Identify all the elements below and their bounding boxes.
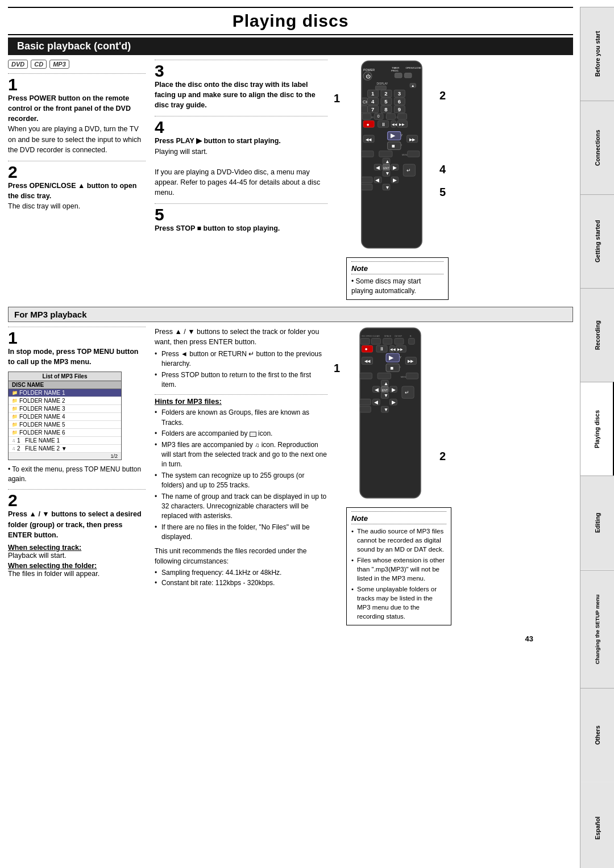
mp3-hints-list: • Folders are known as Groups, files are…: [155, 408, 327, 542]
svg-rect-148: [377, 373, 391, 379]
svg-rect-118: [409, 338, 415, 344]
note-box-top: Note • Some discs may start playing auto…: [346, 257, 449, 300]
mp3-recommend-2: • Constant bit rate: 112kbps - 320kbps.: [155, 578, 327, 588]
svg-rect-51: [386, 114, 395, 120]
svg-text:PROG.: PROG.: [391, 69, 399, 72]
svg-text:⏻: ⏻: [366, 73, 371, 79]
file-list-footer: 1/2: [9, 453, 121, 460]
mp3-step-2-text: Press ▲ / ▼ buttons to select a desired …: [8, 509, 146, 540]
mp3-when-track-text: Playback will start.: [8, 552, 67, 560]
section-header: Basic playback (cont'd): [8, 37, 573, 55]
svg-text:▶▶: ▶▶: [399, 122, 405, 126]
file-item-6: 📁 FOLDER NAME 6: [9, 429, 121, 437]
mp3-note-item-2: • Files whose extension is other than ".…: [351, 556, 446, 583]
mp3-note-list: • The audio source of MP3 files cannot b…: [351, 527, 446, 621]
svg-rect-7: [395, 73, 402, 78]
svg-text:CM SKIP: CM SKIP: [395, 335, 402, 337]
sidebar-tabs: Before you start Connections Getting sta…: [580, 7, 614, 868]
svg-text:▶: ▶: [392, 386, 396, 392]
svg-rect-83: [379, 151, 392, 157]
page-number: 43: [0, 635, 533, 643]
mp3-icon-badge: MP3: [49, 60, 69, 69]
mp3-hint-2: • Folders are accompanied by icon.: [155, 429, 327, 439]
step-2: 2 Press OPEN/CLOSE ▲ button to open the …: [8, 161, 146, 211]
svg-text:●: ●: [365, 345, 368, 351]
svg-rect-105: [362, 184, 372, 190]
svg-rect-147: [360, 373, 372, 379]
svg-rect-165: [360, 399, 371, 405]
mp3-recommend-list: • Sampling frequency: 44.1kHz or 48kHz. …: [155, 568, 327, 588]
format-icons-row: DVD CD MP3: [8, 60, 146, 69]
svg-rect-170: [360, 406, 371, 412]
remote-label-1-bot: 1: [334, 362, 340, 375]
svg-text:3: 3: [398, 90, 401, 97]
svg-rect-114: [360, 338, 370, 344]
svg-rect-82: [362, 151, 374, 157]
file-item-4: 📁 FOLDER NAME 4: [9, 413, 121, 421]
svg-text:▶▶: ▶▶: [409, 137, 416, 142]
svg-text:▶▶: ▶▶: [397, 347, 403, 350]
step-4-number: 4: [155, 119, 327, 136]
mp3-middle-column: Press ▲ / ▼ buttons to select the track …: [150, 322, 332, 625]
step-1-number: 1: [8, 76, 146, 93]
mp3-step-1-text: In stop mode, press TOP MENU button to c…: [8, 347, 146, 367]
sidebar-tab-editing: Editing: [580, 475, 614, 569]
file-list-header: DISC NAME: [9, 381, 121, 389]
step-2-bold: Press OPEN/CLOSE ▲ button to open the di…: [8, 182, 136, 200]
svg-text:▼: ▼: [384, 393, 388, 398]
svg-text:●: ●: [366, 122, 369, 127]
middle-column: 3 Place the disc onto the disc tray with…: [150, 55, 332, 300]
svg-text:◀: ◀: [375, 177, 379, 183]
step-2-number: 2: [8, 164, 146, 181]
file-item-1: 📁 FOLDER NAME 1: [9, 389, 121, 397]
svg-text:4: 4: [371, 98, 375, 105]
file-item-3: 📁 FOLDER NAME 3: [9, 405, 121, 413]
step-4-body1: Playing will start.: [155, 148, 208, 156]
mp3-left-column: 1 In stop mode, press TOP MENU button to…: [8, 322, 150, 625]
page-title: Playing discs: [8, 11, 573, 31]
svg-text:◀: ◀: [376, 165, 380, 170]
svg-text:▶: ▶: [392, 399, 396, 405]
step-1: 1 Press POWER button on the remote contr…: [8, 73, 146, 155]
mp3-step-2-number: 2: [8, 492, 146, 509]
svg-text:1: 1: [371, 90, 375, 97]
sidebar-tab-getting-started: Getting started: [580, 194, 614, 288]
sidebar-tab-before-you-start: Before you start: [580, 7, 614, 101]
sidebar-tab-recording: Recording: [580, 288, 614, 382]
note-title-top: Note: [351, 264, 443, 273]
file-list-container: List of MP3 Files DISC NAME 📁 FOLDER NAM…: [8, 372, 122, 460]
file-item-8: ♫ 2 FILE NAME 2 ▼: [9, 445, 121, 453]
mp3-nav-bullets: • Press ◄ button or RETURN ↵ button to t…: [155, 349, 327, 390]
remote-svg-top: POWER TIMER PROG. OPEN/CLOSE ⏻ DISPLAY: [346, 58, 437, 251]
file-list-title: List of MP3 Files: [9, 372, 121, 381]
svg-text:ENT: ENT: [382, 388, 388, 391]
step-5-text: Press STOP ■ button to stop playing.: [155, 223, 327, 233]
svg-text:SPACE: SPACE: [384, 335, 392, 337]
mp3-recommend-1: • Sampling frequency: 44.1kHz or 48kHz.: [155, 568, 327, 578]
mp3-step-1-bold: In stop mode, press TOP MENU button to c…: [8, 348, 138, 366]
svg-rect-115: [371, 338, 380, 344]
mp3-when-folder-label: When selecting the folder:: [8, 562, 97, 570]
dvd-icon: DVD: [8, 60, 28, 69]
svg-text:◀◀: ◀◀: [392, 122, 397, 126]
svg-text:9: 9: [398, 106, 401, 112]
svg-text:▲: ▲: [384, 380, 388, 386]
step-1-body: When you are playing a DVD, turn the TV …: [8, 125, 141, 153]
sidebar-tab-connections: Connections: [580, 101, 614, 194]
svg-text:POWER: POWER: [363, 68, 375, 72]
svg-text:◀◀: ◀◀: [364, 358, 371, 364]
svg-text:OPEN/CLOSE: OPEN/CLOSE: [405, 66, 421, 69]
svg-text:◀: ◀: [375, 386, 379, 392]
mp3-mid-para1: Press ▲ / ▼ buttons to select the track …: [155, 327, 327, 347]
mp3-step-2-bold: Press ▲ / ▼ buttons to select a desired …: [8, 510, 142, 539]
step-3-bold: Place the disc onto the disc tray with i…: [155, 81, 316, 109]
svg-text:0: 0: [377, 114, 380, 119]
svg-text:▶: ▶: [393, 177, 397, 183]
step-5: 5 Press STOP ■ button to stop playing.: [155, 203, 327, 233]
sidebar-tab-setup-menu: Changing the SETUP menu: [580, 570, 614, 688]
svg-text:▶: ▶: [389, 354, 394, 361]
left-column: DVD CD MP3 1 Press POWER button on the r…: [8, 55, 150, 300]
svg-text:■: ■: [392, 143, 395, 149]
step-2-body: The disc tray will open.: [8, 202, 80, 210]
step-4-text: Press PLAY ▶ button to start playing. Pl…: [155, 136, 327, 198]
